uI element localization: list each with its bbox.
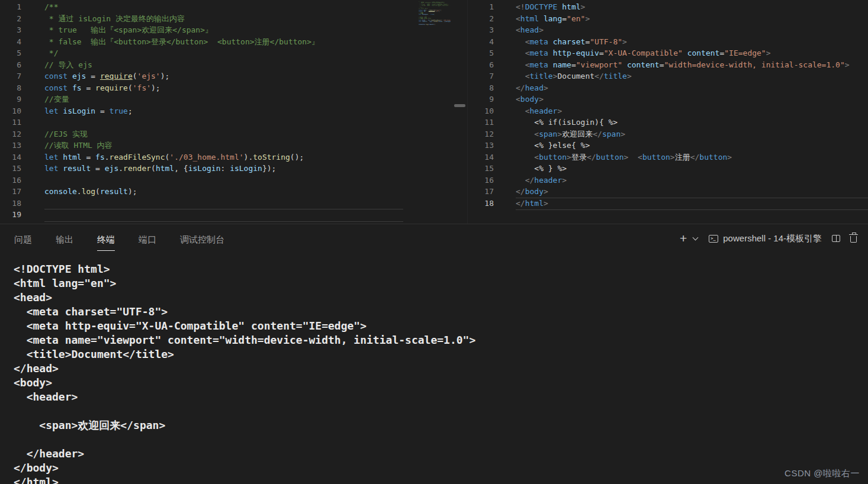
line-number: 14 xyxy=(0,151,21,163)
code-line[interactable]: 15 <% } %> xyxy=(468,163,868,175)
code-text: let isLogin = true; xyxy=(21,107,133,115)
code-line[interactable]: 4 * false 输出『<button>登录</button> <button… xyxy=(0,36,467,48)
code-text: //EJS 实现 xyxy=(21,130,88,138)
code-text: </header> xyxy=(494,176,567,185)
code-text: // 导入 ejs xyxy=(21,60,92,69)
terminal-line: <span>欢迎回来</span> xyxy=(14,418,868,433)
code-text: <meta name="viewport" content="width=dev… xyxy=(494,60,850,69)
code-line[interactable]: 3 * true 输出『<span>欢迎回来</span>』 xyxy=(0,24,467,36)
code-text: <% } %> xyxy=(494,164,567,173)
code-line[interactable]: 11 xyxy=(0,117,467,128)
left-editor-code: 1/**2 * 通过 isLogin 决定最终的输出内容3 * true 输出『… xyxy=(0,1,467,221)
panel-tab-problems[interactable]: 问题 xyxy=(14,226,32,251)
line-number: 2 xyxy=(0,13,21,25)
code-line[interactable]: 4 <meta charset="UTF-8"> xyxy=(468,36,868,48)
editor-group-container: 1/**2 * 通过 isLogin 决定最终的输出内容3 * true 输出『… xyxy=(0,0,868,224)
line-number: 5 xyxy=(0,47,21,59)
code-line[interactable]: 8const fs = require('fs'); xyxy=(0,82,467,94)
line-number: 6 xyxy=(0,59,21,71)
line-number: 18 xyxy=(0,198,21,209)
code-text: </head> xyxy=(494,83,548,92)
split-terminal-icon[interactable] xyxy=(832,235,840,242)
code-line[interactable]: 7 <title>Document</title> xyxy=(468,70,868,82)
right-editor[interactable]: 1<!DOCTYPE html>2<html lang="en">3<head>… xyxy=(467,0,868,224)
right-editor-code: 1<!DOCTYPE html>2<html lang="en">3<head>… xyxy=(468,1,868,209)
panel-tab-terminal[interactable]: 终端 xyxy=(97,226,115,251)
code-line[interactable]: 15let result = ejs.render(html, {isLogin… xyxy=(0,163,467,175)
code-line[interactable]: 16 xyxy=(0,175,467,186)
code-line[interactable]: 13 <% }else{ %> xyxy=(468,140,868,151)
code-line[interactable]: 2<html lang="en"> xyxy=(468,13,868,25)
code-line[interactable]: 5 <meta http-equiv="X-UA-Compatible" con… xyxy=(468,47,868,59)
code-line[interactable]: 12 <span>欢迎回来</span> xyxy=(468,128,868,140)
code-text: let result = ejs.render(html, {isLogin: … xyxy=(21,164,276,173)
line-number: 16 xyxy=(0,175,21,186)
panel-tab-ports[interactable]: 端口 xyxy=(139,226,156,251)
code-line[interactable]: 19 xyxy=(0,209,467,221)
code-line[interactable]: 17console.log(result); xyxy=(0,186,467,198)
code-line[interactable]: 3<head> xyxy=(468,24,868,36)
terminal-selector[interactable]: powershell - 14-模板引擎 xyxy=(709,233,822,244)
terminal-line: <meta name="viewport" content="width=dev… xyxy=(14,333,868,347)
line-number: 3 xyxy=(468,24,494,36)
line-number: 13 xyxy=(0,140,21,151)
code-text: * 通过 isLogin 决定最终的输出内容 xyxy=(21,14,185,23)
code-line[interactable]: 14 <button>登录</button> <button>注册</butto… xyxy=(468,151,868,163)
left-editor[interactable]: 1/**2 * 通过 isLogin 决定最终的输出内容3 * true 输出『… xyxy=(0,0,467,224)
terminal-output[interactable]: <!DOCTYPE html><html lang="en"><head> <m… xyxy=(0,253,868,484)
code-line[interactable]: 11 <% if(isLogin){ %> xyxy=(468,117,868,128)
code-line[interactable]: 8</head> xyxy=(468,82,868,94)
code-line[interactable]: 18 xyxy=(0,198,467,209)
line-number: 17 xyxy=(468,186,494,198)
line-number: 6 xyxy=(468,59,494,71)
code-text: //读取 HTML 内容 xyxy=(21,141,112,150)
code-text xyxy=(21,176,44,185)
terminal-line: <meta charset="UTF-8"> xyxy=(14,305,868,319)
code-line[interactable]: 17</body> xyxy=(468,186,868,198)
code-line[interactable]: 6// 导入 ejs xyxy=(0,59,467,71)
code-line[interactable]: 2 * 通过 isLogin 决定最终的输出内容 xyxy=(0,13,467,25)
code-text: <% }else{ %> xyxy=(494,141,590,150)
panel-tab-debug-console[interactable]: 调试控制台 xyxy=(180,226,224,251)
line-number: 3 xyxy=(0,24,21,36)
code-line[interactable]: 10 <header> xyxy=(468,105,868,117)
new-terminal-button[interactable]: + xyxy=(680,233,687,244)
code-line[interactable]: 12//EJS 实现 xyxy=(0,128,467,140)
code-text: const fs = require('fs'); xyxy=(21,83,160,92)
code-text: let html = fs.readFileSync('./03_home.ht… xyxy=(21,153,304,162)
code-line[interactable]: 16 </header> xyxy=(468,175,868,186)
code-text: <meta http-equiv="X-UA-Compatible" conte… xyxy=(494,49,771,57)
code-text: * false 输出『<button>登录</button> <button>注… xyxy=(21,37,319,46)
terminal-line: <header> xyxy=(14,390,868,404)
code-line[interactable]: 6 <meta name="viewport" content="width=d… xyxy=(468,59,868,71)
chevron-down-icon[interactable] xyxy=(693,234,699,240)
code-line[interactable]: 13//读取 HTML 内容 xyxy=(0,140,467,151)
code-text: <head> xyxy=(494,25,544,34)
code-line[interactable]: 7const ejs = require('ejs'); xyxy=(0,70,467,82)
line-number: 4 xyxy=(468,36,494,48)
code-line[interactable]: 10let isLogin = true; xyxy=(0,105,467,117)
code-line[interactable]: 9//变量 xyxy=(0,93,467,105)
minimap[interactable]: /** * 通过 isLogin 决定最终的输出内容 * true 输出『<sp… xyxy=(419,1,451,32)
kill-terminal-icon[interactable] xyxy=(850,236,857,243)
line-number: 17 xyxy=(0,186,21,198)
code-line[interactable]: 18</html> xyxy=(468,198,868,209)
line-number: 8 xyxy=(468,82,494,94)
code-line[interactable]: 9<body> xyxy=(468,93,868,105)
code-text: <meta charset="UTF-8"> xyxy=(494,37,627,46)
line-number: 10 xyxy=(0,105,21,117)
terminal-line: </header> xyxy=(14,447,868,461)
line-number: 10 xyxy=(468,105,494,117)
code-line[interactable]: 1<!DOCTYPE html> xyxy=(468,1,868,13)
terminal-line: <head> xyxy=(14,291,868,305)
code-line[interactable]: 14let html = fs.readFileSync('./03_home.… xyxy=(0,151,467,163)
line-number: 7 xyxy=(468,70,494,82)
panel-tab-output[interactable]: 输出 xyxy=(56,226,73,251)
scrollbar-handle[interactable] xyxy=(454,104,465,107)
terminal-line: </body> xyxy=(14,461,868,475)
code-text xyxy=(21,210,44,219)
panel-actions: + powershell - 14-模板引擎 ⋮ xyxy=(680,233,868,244)
code-text: console.log(result); xyxy=(21,187,137,196)
code-line[interactable]: 1/** xyxy=(0,1,467,13)
code-line[interactable]: 5 */ xyxy=(0,47,467,59)
